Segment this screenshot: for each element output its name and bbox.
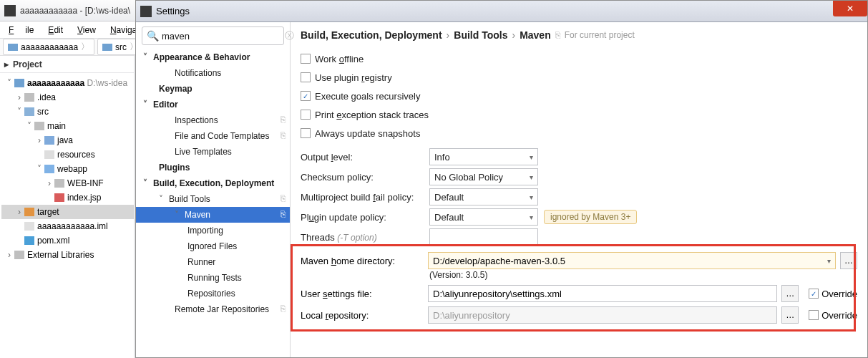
input-maven-home[interactable]: D:/develop/apache-maven-3.0.5▾	[428, 252, 836, 269]
settings-dialog: Settings ✕ 🔍 ⓧ ˅Appearance & Behavior No…	[135, 0, 868, 358]
intellij-icon	[140, 6, 152, 17]
chk-always-update[interactable]	[301, 128, 311, 138]
crumb-maven: Maven	[520, 29, 551, 41]
tree-target-folder[interactable]: ›target	[1, 205, 134, 219]
cat-appearance[interactable]: ˅Appearance & Behavior	[136, 49, 290, 65]
cat-bed[interactable]: ˅Build, Execution, Deployment	[136, 175, 290, 191]
tree-webinf-folder[interactable]: ›WEB-INF	[1, 176, 134, 190]
settings-category-tree: ˅Appearance & Behavior Notifications Key…	[136, 49, 290, 357]
lbl-local-repo: Local repository:	[301, 310, 424, 321]
cat-editor[interactable]: ˅Editor	[136, 97, 290, 112]
lbl-always-update: Always update snapshots	[315, 128, 420, 139]
settings-content-pane: Build, Execution, Deployment› Build Tool…	[291, 22, 867, 357]
chk-print-exc[interactable]	[301, 110, 311, 120]
chk-plugin-registry[interactable]	[301, 72, 311, 82]
lbl-maven-home: Maven home directory:	[301, 256, 424, 266]
settings-breadcrumb: Build, Execution, Deployment› Build Tool…	[301, 29, 857, 41]
project-panel-header[interactable]: ▸ Project	[0, 56, 134, 73]
input-user-settings[interactable]: D:\aliyunrepository\settings.xml	[428, 285, 777, 302]
cat-plugins[interactable]: Plugins	[136, 160, 290, 175]
lbl-maven-version: (Version: 3.0.5)	[429, 270, 857, 280]
select-output-level[interactable]: Info▾	[429, 148, 538, 165]
input-local-repo: D:\aliyunrepository	[428, 306, 777, 324]
chk-exec-goals[interactable]	[301, 91, 311, 101]
tree-main-folder[interactable]: ˅main	[1, 119, 134, 133]
lbl-override-1: Override	[821, 289, 857, 299]
cat-notifications[interactable]: Notifications	[136, 65, 290, 81]
lbl-output-level: Output level:	[301, 152, 424, 163]
cat-keymap[interactable]: Keymap	[136, 81, 290, 97]
project-scope-icon: ⎘	[555, 30, 560, 40]
chk-work-offline[interactable]	[301, 54, 311, 64]
lbl-multiproj: Multiproject build fail policy:	[301, 192, 424, 203]
cat-remote-jar-repos[interactable]: Remote Jar Repositories⎘	[136, 301, 290, 317]
lbl-work-offline: Work offline	[315, 54, 364, 64]
tree-external-libs[interactable]: ›External Libraries	[1, 248, 134, 262]
project-tree: ˅aaaaaaaaaaaa D:\ws-idea ›.idea ˅src ˅ma…	[0, 73, 134, 262]
cat-file-code-templates[interactable]: File and Code Templates⎘	[136, 128, 290, 144]
lbl-checksum: Checksum policy:	[301, 172, 424, 183]
chk-override-local-repo[interactable]	[809, 310, 819, 320]
breadcrumb-root[interactable]: aaaaaaaaaaaa〉	[3, 39, 94, 55]
cat-runner[interactable]: Runner	[136, 254, 290, 270]
settings-search[interactable]: 🔍 ⓧ	[142, 26, 284, 45]
settings-left-pane: 🔍 ⓧ ˅Appearance & Behavior Notifications…	[136, 22, 291, 357]
cat-build-tools[interactable]: ˅Build Tools⎘	[136, 191, 290, 207]
menu-file[interactable]: File	[3, 24, 39, 37]
project-scope-icon: ⎘	[281, 209, 286, 219]
crumb-bed[interactable]: Build, Execution, Deployment	[301, 29, 442, 41]
intellij-icon	[4, 5, 16, 16]
tree-index-jsp[interactable]: index.jsp	[1, 190, 134, 205]
cat-importing[interactable]: Importing	[136, 223, 290, 238]
select-plugin-update[interactable]: Default▾	[429, 208, 538, 226]
cat-ignored-files[interactable]: Ignored Files	[136, 238, 290, 254]
lbl-threads: Threads (-T option)	[301, 232, 424, 243]
settings-title: Settings	[156, 6, 190, 16]
chk-override-user-settings[interactable]	[809, 289, 819, 299]
browse-user-settings-button[interactable]: …	[781, 285, 799, 302]
project-scope-icon: ⎘	[281, 304, 286, 314]
input-threads[interactable]	[429, 228, 538, 246]
project-header-label: Project	[13, 59, 42, 69]
tree-iml-file[interactable]: aaaaaaaaaaaa.iml	[1, 219, 134, 233]
project-scope-icon: ⎘	[281, 193, 286, 203]
crumb-build-tools[interactable]: Build Tools	[454, 29, 507, 41]
project-tool-window: ▸ Project ˅aaaaaaaaaaaa D:\ws-idea ›.ide…	[0, 56, 135, 358]
menu-edit[interactable]: Edit	[42, 24, 69, 37]
tree-src-folder[interactable]: ˅src	[1, 105, 134, 119]
project-scope-icon: ⎘	[281, 115, 286, 125]
tree-resources-folder[interactable]: resources	[1, 147, 134, 162]
window-close-button[interactable]: ✕	[833, 1, 867, 16]
lbl-plugin-update: Plugin update policy:	[301, 212, 424, 223]
tree-pom-file[interactable]: pom.xml	[1, 233, 134, 248]
main-window-title: aaaaaaaaaaaa - [D:\ws-idea\	[20, 6, 130, 16]
settings-title-bar: Settings ✕	[136, 1, 867, 22]
select-multiproj[interactable]: Default▾	[429, 188, 538, 205]
project-scope-icon: ⎘	[281, 130, 286, 140]
lbl-print-exc: Print exception stack traces	[315, 110, 429, 120]
tree-module-root[interactable]: ˅aaaaaaaaaaaa D:\ws-idea	[1, 76, 134, 90]
project-header-icon: ▸	[4, 59, 9, 69]
menu-view[interactable]: View	[72, 24, 102, 37]
lbl-override-2: Override	[821, 310, 857, 321]
browse-maven-home-button[interactable]: …	[840, 252, 857, 269]
cat-inspections[interactable]: Inspections⎘	[136, 112, 290, 128]
browse-local-repo-button[interactable]: …	[781, 306, 799, 324]
tree-java-folder[interactable]: ›java	[1, 133, 134, 147]
warn-plugin-update: ignored by Maven 3+	[544, 210, 637, 224]
lbl-exec-goals: Execute goals recursively	[315, 91, 420, 102]
crumb-hint: For current project	[565, 30, 635, 40]
tree-idea-folder[interactable]: ›.idea	[1, 90, 134, 105]
search-icon: 🔍	[147, 30, 159, 42]
cat-running-tests[interactable]: Running Tests	[136, 270, 290, 286]
cat-repositories[interactable]: Repositories	[136, 286, 290, 301]
cat-maven[interactable]: ˅Maven⎘	[136, 207, 290, 223]
select-checksum[interactable]: No Global Policy▾	[429, 168, 538, 185]
cat-live-templates[interactable]: Live Templates	[136, 144, 290, 160]
tree-webapp-folder[interactable]: ˅webapp	[1, 162, 134, 176]
settings-search-input[interactable]	[162, 31, 282, 42]
lbl-user-settings: User settings file:	[301, 289, 424, 299]
lbl-plugin-registry: Use plugin registry	[315, 72, 392, 83]
